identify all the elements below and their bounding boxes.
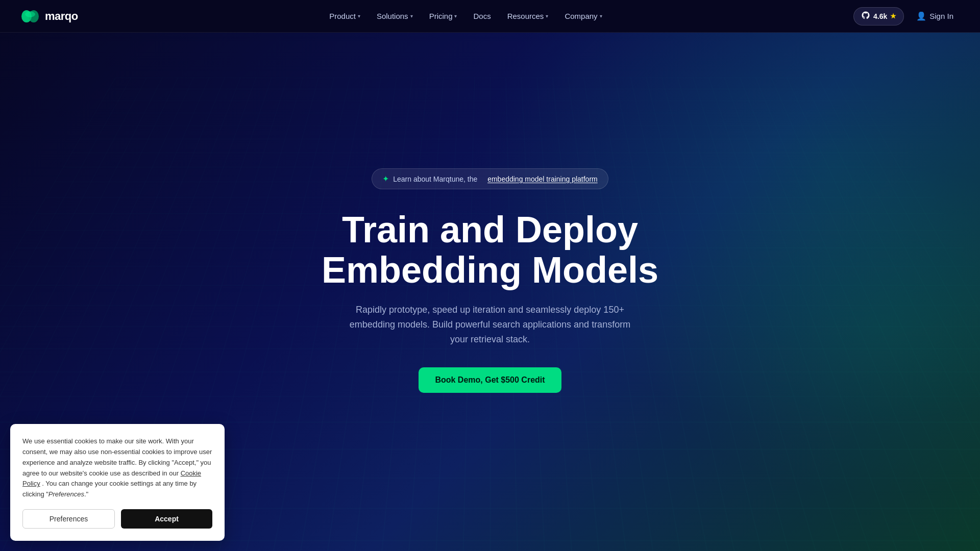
cookie-buttons: Preferences Accept bbox=[22, 509, 212, 529]
nav-solutions[interactable]: Solutions ▾ bbox=[370, 8, 420, 24]
github-icon bbox=[861, 11, 870, 22]
chevron-down-icon: ▾ bbox=[600, 13, 602, 19]
hero-title: Train and Deploy Embedding Models bbox=[322, 210, 658, 290]
star-icon: ★ bbox=[890, 12, 896, 20]
navbar-right: 4.6k ★ 👤 Sign In bbox=[853, 7, 960, 26]
cookie-banner: We use essential cookies to make our sit… bbox=[10, 424, 225, 541]
cookie-text: We use essential cookies to make our sit… bbox=[22, 436, 212, 500]
navbar: marqo Product ▾ Solutions ▾ Pricing ▾ Do… bbox=[0, 0, 980, 33]
logo[interactable]: marqo bbox=[20, 9, 78, 23]
github-stars-count: 4.6k bbox=[873, 12, 887, 20]
announcement-text: Learn about Marqtune, the bbox=[393, 175, 477, 183]
accept-button[interactable]: Accept bbox=[121, 509, 212, 529]
chevron-down-icon: ▾ bbox=[546, 13, 548, 19]
announcement-link[interactable]: embedding model training platform bbox=[487, 175, 598, 183]
nav-docs[interactable]: Docs bbox=[466, 8, 498, 24]
nav-pricing[interactable]: Pricing ▾ bbox=[422, 8, 464, 24]
nav-resources[interactable]: Resources ▾ bbox=[500, 8, 556, 24]
cookie-preferences-inline-link[interactable]: Preferences bbox=[48, 490, 84, 498]
nav-company[interactable]: Company ▾ bbox=[557, 8, 609, 24]
chevron-down-icon: ▾ bbox=[358, 13, 360, 19]
user-icon: 👤 bbox=[916, 11, 926, 21]
announcement-dot-icon: ✦ bbox=[382, 174, 389, 184]
chevron-down-icon: ▾ bbox=[454, 13, 457, 19]
github-stars-button[interactable]: 4.6k ★ bbox=[853, 7, 904, 26]
signin-button[interactable]: 👤 Sign In bbox=[910, 7, 960, 25]
nav-product[interactable]: Product ▾ bbox=[322, 8, 368, 24]
logo-text: marqo bbox=[45, 10, 78, 23]
announcement-banner[interactable]: ✦ Learn about Marqtune, the embedding mo… bbox=[372, 168, 608, 189]
preferences-button[interactable]: Preferences bbox=[22, 509, 115, 529]
chevron-down-icon: ▾ bbox=[410, 13, 413, 19]
cta-button[interactable]: Book Demo, Get $500 Credit bbox=[419, 367, 561, 393]
hero-subtitle: Rapidly prototype, speed up iteration an… bbox=[347, 303, 633, 346]
marqo-logo-icon bbox=[20, 9, 40, 23]
nav-menu: Product ▾ Solutions ▾ Pricing ▾ Docs Res… bbox=[322, 8, 609, 24]
